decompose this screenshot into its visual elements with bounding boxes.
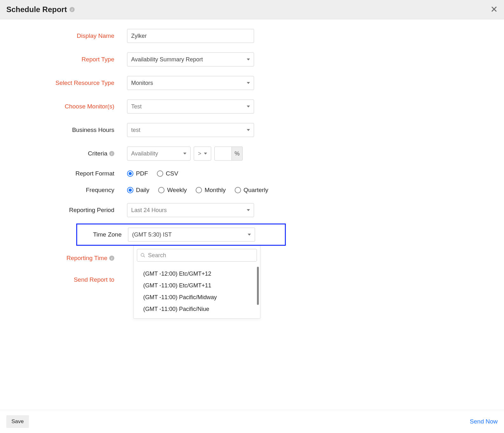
label-criteria: Criteria i <box>6 150 127 157</box>
criteria-unit: % <box>232 147 243 161</box>
criteria-metric-select[interactable]: Availability <box>127 147 191 161</box>
report-type-value: Availability Summary Report <box>131 56 203 63</box>
radio-icon <box>127 170 133 177</box>
business-hours-select[interactable]: test <box>127 123 254 137</box>
scrollbar[interactable] <box>257 267 259 305</box>
info-icon[interactable]: i <box>70 7 75 12</box>
chevron-down-icon <box>247 129 250 131</box>
reporting-period-select[interactable]: Last 24 Hours <box>127 203 254 217</box>
info-icon[interactable]: i <box>109 256 114 261</box>
criteria-operator-value: > <box>198 150 201 157</box>
timezone-option[interactable]: (GMT -11:00) Pacific/Niue <box>134 303 260 315</box>
search-icon <box>140 253 145 258</box>
monitors-value: Test <box>131 103 142 110</box>
radio-icon <box>157 170 163 177</box>
label-monitors: Choose Monitor(s) <box>6 103 127 110</box>
chevron-down-icon <box>183 153 186 155</box>
resource-type-value: Monitors <box>131 80 153 86</box>
row-display-name: Display Name Zylker <box>6 29 498 43</box>
radio-icon <box>127 187 133 193</box>
label-timezone: Time Zone <box>77 231 128 238</box>
row-monitors: Choose Monitor(s) Test <box>6 100 498 113</box>
svg-line-1 <box>144 256 145 257</box>
chevron-down-icon <box>247 82 250 84</box>
row-reporting-period: Reporting Period Last 24 Hours <box>6 203 498 217</box>
reporting-period-value: Last 24 Hours <box>131 207 167 214</box>
row-resource-type: Select Resource Type Monitors <box>6 76 498 90</box>
row-report-format: Report Format PDF CSV <box>6 170 498 177</box>
chevron-down-icon <box>247 106 250 107</box>
criteria-operator-select[interactable]: > <box>194 147 211 161</box>
radio-pdf-label: PDF <box>136 170 148 177</box>
timezone-option-list[interactable]: (GMT -12:00) Etc/GMT+12 (GMT -11:00) Etc… <box>134 265 260 318</box>
radio-quarterly-label: Quarterly <box>244 187 268 194</box>
radio-monthly-label: Monthly <box>205 187 226 194</box>
timezone-highlight: Time Zone (GMT 5:30) IST <box>76 223 286 246</box>
row-frequency: Frequency Daily Weekly Monthly Quarterly <box>6 187 498 194</box>
label-reporting-period: Reporting Period <box>6 207 127 214</box>
timezone-select[interactable]: (GMT 5:30) IST <box>128 228 255 242</box>
radio-quarterly[interactable]: Quarterly <box>235 187 268 194</box>
timezone-dropdown-panel: Search (GMT -12:00) Etc/GMT+12 (GMT -11:… <box>133 246 260 319</box>
label-report-type: Report Type <box>6 56 127 63</box>
form-body: Display Name Zylker Report Type Availabi… <box>0 19 504 357</box>
reporting-time-text: Reporting Time <box>66 255 107 262</box>
chevron-down-icon <box>204 153 207 155</box>
radio-icon <box>196 187 202 193</box>
radio-csv[interactable]: CSV <box>157 170 178 177</box>
criteria-label-text: Criteria <box>88 150 107 157</box>
display-name-input[interactable]: Zylker <box>127 29 254 43</box>
timezone-option[interactable]: (GMT -11:00) Etc/GMT+11 <box>134 280 260 292</box>
business-hours-value: test <box>131 127 140 134</box>
chevron-down-icon <box>248 234 251 236</box>
label-send-report-to: Send Report to <box>6 276 127 283</box>
radio-monthly[interactable]: Monthly <box>196 187 226 194</box>
radio-csv-label: CSV <box>166 170 178 177</box>
row-report-type: Report Type Availability Summary Report <box>6 52 498 66</box>
radio-weekly-label: Weekly <box>167 187 187 194</box>
radio-icon <box>158 187 165 193</box>
row-criteria: Criteria i Availability > % <box>6 147 498 161</box>
title-text: Schedule Report <box>6 5 67 14</box>
row-business-hours: Business Hours test <box>6 123 498 137</box>
criteria-metric-value: Availability <box>131 150 158 157</box>
radio-icon <box>235 187 241 193</box>
radio-daily[interactable]: Daily <box>127 187 149 194</box>
radio-pdf[interactable]: PDF <box>127 170 148 177</box>
chevron-down-icon <box>247 58 250 60</box>
radio-weekly[interactable]: Weekly <box>158 187 187 194</box>
timezone-option[interactable]: (GMT -11:00) Pacific/Midway <box>134 292 260 303</box>
close-icon[interactable]: ✕ <box>490 5 498 14</box>
label-reporting-time: Reporting Time i <box>6 255 127 262</box>
criteria-value-input[interactable] <box>214 147 232 161</box>
label-business-hours: Business Hours <box>6 127 127 134</box>
modal-header: Schedule Report i ✕ <box>0 0 504 19</box>
svg-point-0 <box>141 253 144 256</box>
timezone-search-input[interactable]: Search <box>137 249 257 262</box>
timezone-value: (GMT 5:30) IST <box>132 231 172 238</box>
resource-type-select[interactable]: Monitors <box>127 76 254 90</box>
report-type-select[interactable]: Availability Summary Report <box>127 52 254 66</box>
radio-daily-label: Daily <box>136 187 149 194</box>
chevron-down-icon <box>247 209 250 211</box>
monitors-select[interactable]: Test <box>127 100 254 113</box>
info-icon[interactable]: i <box>109 151 114 156</box>
label-report-format: Report Format <box>6 170 127 177</box>
timezone-option[interactable]: (GMT -12:00) Etc/GMT+12 <box>134 268 260 280</box>
label-frequency: Frequency <box>6 187 127 194</box>
label-display-name: Display Name <box>6 32 127 39</box>
page-title: Schedule Report i <box>6 5 75 14</box>
label-resource-type: Select Resource Type <box>6 79 127 86</box>
display-name-value: Zylker <box>131 33 147 39</box>
search-placeholder: Search <box>148 252 166 259</box>
